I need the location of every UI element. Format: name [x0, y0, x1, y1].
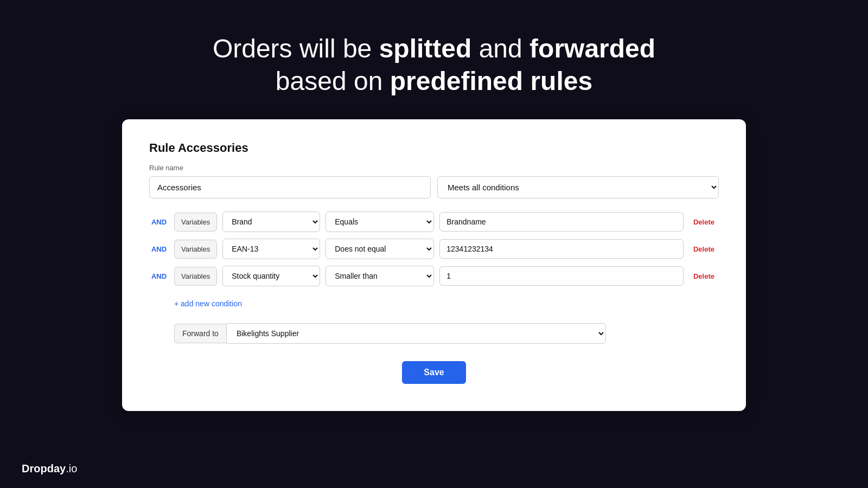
save-button[interactable]: Save: [402, 361, 465, 384]
hero-section: Orders will be splitted and forwarded ba…: [0, 0, 868, 119]
condition-field-select-3[interactable]: Brand EAN-13 Stock quantity: [222, 266, 320, 286]
variables-badge-1: Variables: [174, 213, 217, 232]
condition-operator-select-1[interactable]: Equals Does not equal Smaller than Great…: [326, 211, 434, 232]
condition-operator-select-2[interactable]: Equals Does not equal Smaller than Great…: [326, 239, 434, 259]
condition-value-input-2[interactable]: [439, 239, 684, 259]
forward-row: Forward to Bikelights Supplier Other Sup…: [174, 323, 719, 344]
forward-to-label: Forward to: [174, 324, 226, 343]
card-title: Rule Accessories: [149, 141, 719, 155]
brand-bold: Dropday: [22, 463, 66, 474]
condition-row-2: AND Variables Brand EAN-13 Stock quantit…: [149, 239, 719, 259]
variables-badge-3: Variables: [174, 267, 217, 286]
condition-field-select-2[interactable]: Brand EAN-13 Stock quantity: [222, 239, 320, 259]
forward-to-select[interactable]: Bikelights Supplier Other Supplier: [226, 323, 606, 344]
delete-button-2[interactable]: Delete: [689, 243, 719, 255]
and-label-3: AND: [149, 272, 169, 280]
condition-operator-select-3[interactable]: Equals Does not equal Smaller than Great…: [326, 266, 434, 286]
condition-value-input-3[interactable]: [439, 266, 684, 286]
and-label-1: AND: [149, 218, 169, 226]
footer-brand: Dropday.io: [22, 463, 77, 475]
rule-name-input[interactable]: [149, 176, 431, 198]
save-row: Save: [149, 361, 719, 384]
condition-value-input-1[interactable]: [439, 212, 684, 232]
delete-button-3[interactable]: Delete: [689, 270, 719, 282]
add-condition-button[interactable]: + add new condition: [174, 297, 242, 310]
rule-name-row: Meets all conditions Meets any condition: [149, 176, 719, 198]
variables-badge-2: Variables: [174, 240, 217, 259]
delete-button-1[interactable]: Delete: [689, 216, 719, 228]
condition-row: AND Variables Brand EAN-13 Stock quantit…: [149, 211, 719, 232]
and-label-2: AND: [149, 245, 169, 253]
condition-type-select[interactable]: Meets all conditions Meets any condition: [437, 176, 719, 198]
condition-field-select-1[interactable]: Brand EAN-13 Stock quantity: [222, 211, 320, 232]
brand-light: .io: [66, 463, 77, 474]
condition-row-3: AND Variables Brand EAN-13 Stock quantit…: [149, 266, 719, 286]
rule-name-label: Rule name: [149, 164, 719, 172]
conditions-list: AND Variables Brand EAN-13 Stock quantit…: [149, 211, 719, 286]
hero-title: Orders will be splitted and forwarded ba…: [11, 33, 857, 98]
rule-card: Rule Accessories Rule name Meets all con…: [122, 119, 746, 411]
